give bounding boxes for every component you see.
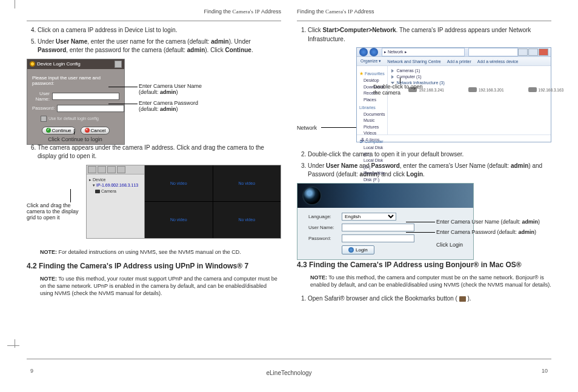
page-number-right: 10 — [542, 368, 548, 374]
login-button[interactable]: Login — [342, 245, 374, 254]
callout-drag: Click and drag the camera to the display… — [27, 202, 84, 221]
callout-password: Enter Camera Password (default: admin) — [139, 100, 198, 112]
page-left: Finding the Camera's IP Address Click on… — [12, 8, 296, 379]
footer-brand: eLineTechnology — [0, 370, 578, 376]
language-select[interactable]: English — [342, 213, 396, 221]
forward-icon — [370, 48, 378, 56]
camera-icon — [95, 190, 100, 193]
callout-wl-login: Click Login — [436, 242, 463, 248]
wl-pass-input[interactable] — [342, 234, 414, 242]
user-name-label: User Name: — [32, 91, 50, 102]
explorer-main: Cameras (1) Computer (1) Network Infrast… — [388, 66, 567, 135]
caption-continue: Click Continue to login — [27, 136, 124, 142]
dialog-prompt: Please input the user name and password: — [32, 75, 119, 86]
step-r2: Double-click the camera to open it in yo… — [308, 150, 551, 159]
wl-pass-label: Password: — [308, 236, 342, 241]
device-tree: ▸ Device ▾ IP-1.69.002.168.3.113 Camera — [87, 174, 144, 197]
callout-doubleclick: Double-click to open the camera — [373, 84, 428, 96]
steps-list-4-5: Click on a camera IP address in Device L… — [27, 26, 281, 55]
dialog-titlebar: Device Login Config — [27, 59, 124, 69]
close-icon — [539, 48, 548, 56]
password-label: Password: — [32, 105, 55, 111]
nav-buttons[interactable] — [359, 48, 378, 56]
default-login-checkbox[interactable]: Use for default login config — [41, 116, 119, 122]
close-icon[interactable] — [115, 61, 122, 68]
gear-icon — [30, 61, 35, 67]
step-r3: Under User Name and Password, enter the … — [308, 162, 551, 179]
running-head-left: Finding the Camera's IP Address — [27, 8, 281, 15]
steps-list-6: The camera appears under the camera IP a… — [27, 144, 281, 161]
steps-list-r2: Double-click the camera to open it in yo… — [297, 150, 551, 179]
check-icon — [46, 128, 51, 133]
callout-wl-pass: Enter Camera Password (default: admin) — [436, 229, 536, 235]
camera-icon — [528, 87, 537, 92]
note-nvms: NOTE: For detailed instructions on using… — [40, 248, 281, 256]
wl-user-label: User Name: — [308, 225, 342, 230]
device-login-dialog: Device Login Config Please input the use… — [27, 59, 125, 145]
callout-network-label: Network — [297, 125, 317, 131]
steps-list-r3: Open Safari® browser and click the Bookm… — [297, 294, 551, 304]
continue-button[interactable]: Continue — [42, 127, 76, 135]
step-4: Click on a camera IP address in Device L… — [38, 26, 281, 35]
step-safari: Open Safari® browser and click the Bookm… — [308, 294, 551, 304]
camera-tree-item[interactable]: Camera — [95, 188, 142, 194]
explorer-sidebar: ★ Favourites Desktop Downloads Recent Pl… — [357, 66, 388, 135]
device-ip[interactable]: IP-1.69.002.168.3.113 — [96, 183, 138, 187]
network-device-2[interactable]: 192.168.3.201 — [468, 87, 504, 92]
user-name-input[interactable] — [52, 93, 119, 100]
callout-username: Enter Camera User Name (default: admin) — [139, 83, 202, 95]
section-4-3-heading: 4.3 Finding the Camera's IP Address usin… — [297, 261, 551, 269]
page-number-left: 9 — [30, 368, 33, 374]
address-bar[interactable]: ▸ Network ▸ — [382, 48, 465, 56]
cancel-button[interactable]: Cancel — [81, 127, 110, 135]
lens-icon — [302, 186, 322, 205]
steps-list-r1: Click Start>Computer>Network. The camera… — [297, 26, 551, 44]
page-right: Finding the Camera's IP Address Click St… — [282, 8, 566, 379]
display-grid[interactable]: No videoNo video No videoNo video — [145, 165, 281, 238]
window-controls[interactable] — [518, 48, 548, 56]
nvms-window: ▸ Device ▾ IP-1.69.002.168.3.113 Camera … — [86, 165, 281, 239]
search-input[interactable] — [468, 48, 518, 56]
step-5: Under User Name, enter the user name for… — [38, 38, 281, 55]
wl-user-input[interactable] — [342, 224, 414, 231]
language-label: Language: — [308, 214, 342, 219]
running-head-right: Finding the Camera's IP Address — [297, 8, 551, 15]
note-bonjour: NOTE: To use this method, the camera and… — [310, 274, 551, 288]
x-icon — [85, 128, 90, 133]
step-6: The camera appears under the camera IP a… — [38, 144, 281, 161]
password-input[interactable] — [57, 105, 124, 112]
camera-icon — [468, 87, 477, 92]
back-icon — [359, 48, 368, 56]
callout-wl-user: Enter Camera User Name (default: admin) — [436, 219, 540, 225]
step-r1: Click Start>Computer>Network. The camera… — [308, 26, 551, 44]
explorer-toolbar: Organize ▾ Network and Sharing Centre Ad… — [357, 57, 551, 66]
section-4-2-heading: 4.2 Finding the Camera's IP Address usin… — [27, 262, 281, 270]
network-device-3[interactable]: 192.168.3.163 — [528, 87, 564, 92]
note-upnp: NOTE: To use this method, your router mu… — [40, 275, 281, 297]
nvms-toolbar — [87, 165, 144, 174]
key-icon — [348, 247, 354, 253]
bookmarks-icon — [459, 296, 466, 302]
